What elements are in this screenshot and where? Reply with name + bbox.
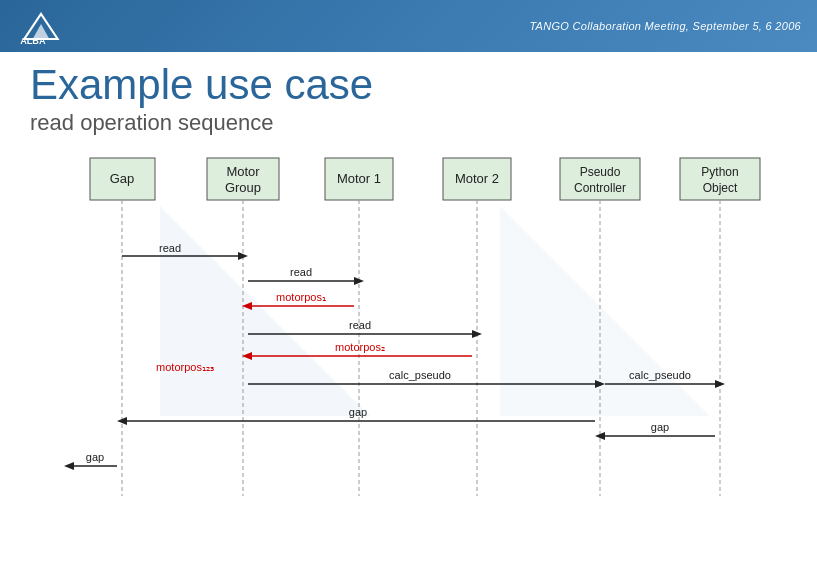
label-motorpos1: motorpos₁	[276, 291, 326, 303]
entity-gap-label: Gap	[110, 171, 135, 186]
entity-python-label2: Object	[703, 181, 738, 195]
entity-pseudo-label1: Pseudo	[580, 165, 621, 179]
label-gap-2: gap	[651, 421, 669, 433]
alba-logo: ALBA	[16, 7, 66, 45]
label-gap-3: gap	[86, 451, 104, 463]
main-content: Example use case read operation sequence…	[0, 52, 817, 526]
arrowhead-10	[64, 462, 74, 470]
label-calc-pseudo-1: calc_pseudo	[389, 369, 451, 381]
arrowhead-7	[715, 380, 725, 388]
label-read-2: read	[290, 266, 312, 278]
entity-pseudo-label2: Controller	[574, 181, 626, 195]
label-calc-pseudo-2: calc_pseudo	[629, 369, 691, 381]
entity-motorgroup-label1: Motor	[226, 164, 260, 179]
label-gap-1: gap	[349, 406, 367, 418]
label-motorpos2: motorpos₂	[335, 341, 385, 353]
sequence-diagram: Gap Motor Group Motor 1 Motor 2 Pseudo C…	[30, 156, 810, 516]
logo-area: ALBA	[16, 7, 66, 45]
page-title: Example use case	[30, 62, 787, 108]
entity-motor1-label: Motor 1	[337, 171, 381, 186]
entity-motor2-label: Motor 2	[455, 171, 499, 186]
svg-text:ALBA: ALBA	[20, 36, 46, 45]
label-motorpos123: motorpos₁₂₃	[156, 361, 214, 373]
diagram-svg: Gap Motor Group Motor 1 Motor 2 Pseudo C…	[30, 156, 810, 516]
entity-motorgroup-label2: Group	[225, 180, 261, 195]
header-title: TANGO Collaboration Meeting, September 5…	[529, 20, 801, 32]
label-read-1: read	[159, 242, 181, 254]
entity-python-label1: Python	[701, 165, 738, 179]
page-subtitle: read operation sequence	[30, 110, 787, 136]
header-bar: ALBA TANGO Collaboration Meeting, Septem…	[0, 0, 817, 52]
label-read-3: read	[349, 319, 371, 331]
